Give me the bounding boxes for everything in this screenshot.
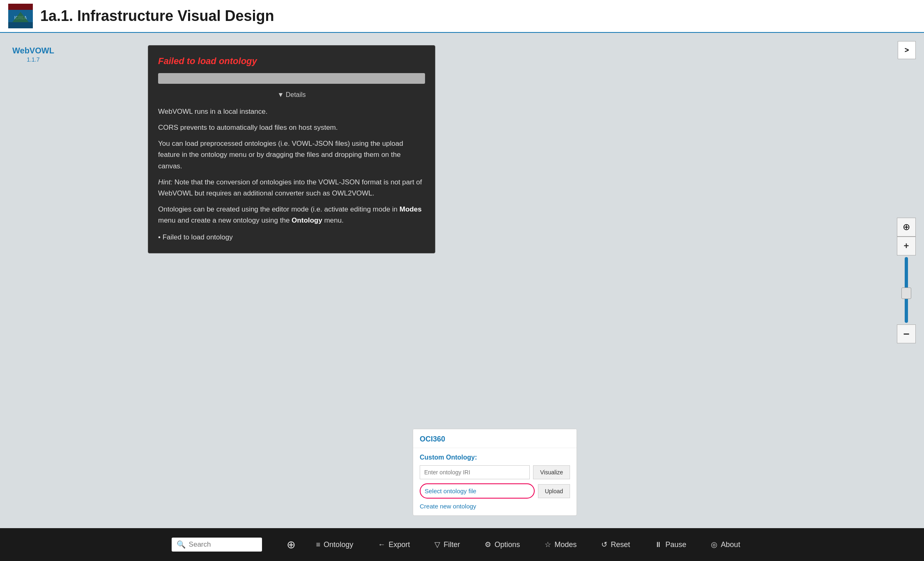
toolbar-modes[interactable]: ☆ Modes: [532, 540, 589, 549]
filter-label: Filter: [444, 540, 460, 549]
error-body: WebVOWL runs in a local instance. CORS p…: [158, 106, 425, 226]
error-dialog: Failed to load ontology ▼ Details WebVOW…: [148, 45, 435, 253]
logo-image: ICREA: [8, 4, 33, 28]
page-title: 1a.1. Infrastructure Visual Design: [40, 7, 274, 25]
search-input[interactable]: [189, 540, 255, 549]
ontology-label: Ontology: [324, 540, 353, 549]
export-icon: ←: [378, 540, 385, 549]
svg-rect-1: [8, 4, 33, 10]
toolbar-reset[interactable]: ↺ Reset: [589, 540, 642, 549]
modes-label: Modes: [554, 540, 577, 549]
error-line-2: CORS prevents to automatically load file…: [158, 122, 425, 133]
about-label: About: [721, 540, 740, 549]
error-title: Failed to load ontology: [158, 54, 425, 68]
error-line-5: Ontologies can be created using the edit…: [158, 204, 425, 226]
reset-icon: ↺: [601, 540, 607, 549]
export-label: Export: [388, 540, 410, 549]
toolbar-filter[interactable]: ▽ Filter: [422, 540, 472, 549]
error-bullet: • Failed to load ontology: [158, 232, 425, 243]
about-icon: ◎: [711, 540, 717, 549]
ontology-panel-title: OCI360: [413, 429, 577, 448]
error-line-4: Hint: Note that the conversion of ontolo…: [158, 177, 425, 199]
ontology-icon: ≡: [316, 540, 321, 549]
toolbar-about[interactable]: ◎ About: [699, 540, 752, 549]
toolbar-export[interactable]: ← Export: [365, 540, 422, 549]
zoom-slider-thumb[interactable]: [901, 287, 911, 299]
upload-button[interactable]: Upload: [538, 484, 570, 498]
search-bar: 🔍: [172, 538, 262, 552]
options-label: Options: [494, 540, 520, 549]
error-line-1: WebVOWL runs in a local instance.: [158, 106, 425, 117]
error-progress-bar: [158, 73, 425, 84]
webvowl-version: 1.1.7: [12, 56, 54, 63]
modes-icon: ☆: [545, 540, 551, 549]
pause-label: Pause: [665, 540, 686, 549]
zoom-crosshair-button[interactable]: ⊕: [897, 218, 916, 237]
toolbar-crosshair-button[interactable]: ⊕: [278, 538, 304, 551]
toolbar-options[interactable]: ⚙ Options: [472, 540, 532, 549]
zoom-out-button[interactable]: −: [897, 324, 916, 343]
expand-button[interactable]: >: [898, 41, 916, 59]
custom-ontology-label: Custom Ontology:: [420, 454, 570, 461]
select-file-row: Select ontology file Upload: [420, 483, 570, 499]
pause-icon: ⏸: [655, 540, 662, 549]
filter-icon: ▽: [434, 540, 440, 549]
ontology-panel: OCI360 Custom Ontology: Visualize Select…: [413, 429, 577, 516]
select-file-label: Select ontology file: [425, 487, 476, 494]
create-ontology-link[interactable]: Create new ontology: [420, 503, 570, 510]
error-details-toggle[interactable]: ▼ Details: [158, 90, 425, 100]
main-canvas: WebVOWL 1.1.7 > Failed to load ontology …: [0, 33, 924, 528]
bottom-toolbar: 🔍 ⊕ ≡ Ontology ← Export ▽ Filter ⚙ Optio…: [0, 528, 924, 561]
iri-input[interactable]: [420, 465, 530, 479]
zoom-slider-track[interactable]: [905, 257, 908, 323]
search-icon: 🔍: [177, 540, 186, 549]
reset-label: Reset: [611, 540, 630, 549]
zoom-in-button[interactable]: +: [897, 237, 916, 255]
zoom-controls: ⊕ + −: [897, 218, 916, 343]
webvowl-label: WebVOWL 1.1.7: [12, 45, 54, 63]
toolbar-ontology[interactable]: ≡ Ontology: [304, 540, 366, 549]
top-header: ICREA 1a.1. Infrastructure Visual Design: [0, 0, 924, 33]
select-file-link[interactable]: Select ontology file: [420, 483, 535, 499]
toolbar-pause[interactable]: ⏸ Pause: [642, 540, 699, 549]
ontology-panel-body: Custom Ontology: Visualize Select ontolo…: [413, 448, 577, 515]
error-line-3: You can load preprocessed ontologies (i.…: [158, 138, 425, 172]
options-icon: ⚙: [485, 540, 491, 549]
visualize-button[interactable]: Visualize: [533, 465, 570, 479]
iri-row: Visualize: [420, 465, 570, 479]
